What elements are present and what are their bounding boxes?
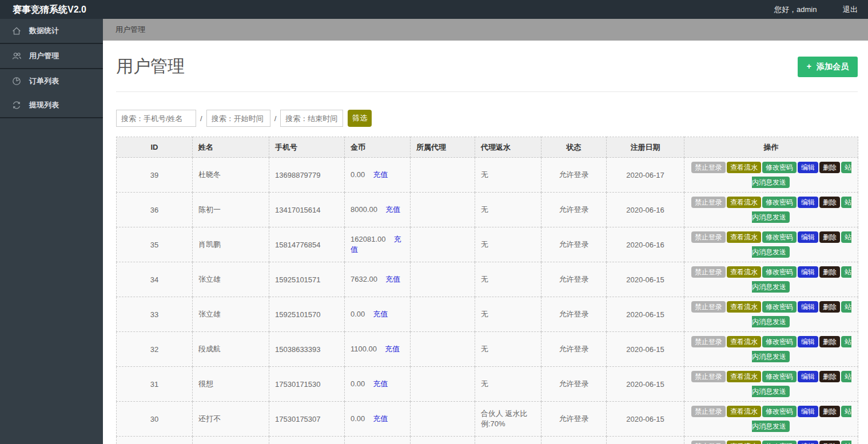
table-row: 31 很想 17530171530 0.00充值 无 允许登录 2020-06-… <box>117 367 858 402</box>
action-ban-login-button[interactable]: 禁止登录 <box>691 371 726 382</box>
search-phone-name-input[interactable] <box>116 110 196 127</box>
recharge-link[interactable]: 充值 <box>373 379 388 388</box>
action-ban-login-button[interactable]: 禁止登录 <box>691 266 726 278</box>
action-view-flow-button[interactable]: 查看流水 <box>727 301 761 313</box>
action-ban-login-button[interactable]: 禁止登录 <box>691 231 726 243</box>
table-row: 34 张立雄 15925101571 7632.00充值 无 允许登录 2020… <box>117 262 858 297</box>
action-edit-button[interactable]: 编辑 <box>798 162 818 173</box>
action-delete-button[interactable]: 删除 <box>819 266 840 278</box>
action-ban-login-button[interactable]: 禁止登录 <box>691 197 726 208</box>
sidebar-item-home[interactable]: 数据统计 <box>0 19 103 44</box>
table-row: 36 陈初一 13417015614 8000.00充值 无 允许登录 2020… <box>117 193 858 227</box>
coin-value: 0.00 <box>351 170 365 179</box>
action-ban-login-button[interactable]: 禁止登录 <box>691 162 726 173</box>
search-start-time-input[interactable] <box>206 110 270 127</box>
title-divider <box>116 91 858 92</box>
cell-status: 允许登录 <box>541 158 607 193</box>
action-view-flow-button[interactable]: 查看流水 <box>727 371 761 382</box>
cell-agent <box>411 262 475 297</box>
action-edit-button[interactable]: 编辑 <box>798 406 818 417</box>
recharge-link[interactable]: 充值 <box>373 310 388 318</box>
page-title: 用户管理 <box>116 55 185 78</box>
action-delete-button[interactable]: 删除 <box>819 231 840 243</box>
recharge-link[interactable]: 充值 <box>385 275 400 283</box>
action-view-flow-button[interactable]: 查看流水 <box>727 406 761 417</box>
add-member-button[interactable]: +添加会员 <box>798 57 858 77</box>
cell-name: 张立雄 <box>193 297 269 332</box>
column-header: 注册日期 <box>607 137 684 158</box>
sidebar-item-pie-chart[interactable]: 订单列表 <box>0 69 103 93</box>
cell-phone: 15038633393 <box>269 332 345 367</box>
sidebar-item-refresh[interactable]: 提现列表 <box>0 93 103 118</box>
action-change-password-button[interactable]: 修改密码 <box>762 162 797 173</box>
action-delete-button[interactable]: 删除 <box>819 301 840 313</box>
cell-rebate: 无 <box>475 437 541 444</box>
table-header-row: ID姓名手机号金币所属代理代理返水状态注册日期操作 <box>117 137 858 158</box>
cell-phone: 13417015614 <box>269 193 345 227</box>
cell-agent <box>411 227 475 262</box>
action-change-password-button[interactable]: 修改密码 <box>762 266 797 278</box>
action-change-password-button[interactable]: 修改密码 <box>762 231 797 243</box>
cell-status: 允许登录 <box>541 262 607 297</box>
action-delete-button[interactable]: 删除 <box>819 406 840 417</box>
action-delete-button[interactable]: 删除 <box>819 197 840 208</box>
action-delete-button[interactable]: 删除 <box>819 371 840 382</box>
cell-status: 允许登录 <box>541 367 607 402</box>
action-change-password-button[interactable]: 修改密码 <box>762 336 797 347</box>
action-edit-button[interactable]: 编辑 <box>798 197 818 208</box>
action-view-flow-button[interactable]: 查看流水 <box>727 336 761 347</box>
coin-value: 8000.00 <box>351 205 377 214</box>
action-ban-login-button[interactable]: 禁止登录 <box>691 336 726 347</box>
cell-rebate: 合伙人 返水比例:70% <box>475 402 541 437</box>
coin-value: 0.00 <box>351 310 365 318</box>
table-row: 33 张立雄 15925101570 0.00充值 无 允许登录 2020-06… <box>117 297 858 332</box>
cell-id: 39 <box>117 158 193 193</box>
action-edit-button[interactable]: 编辑 <box>798 336 818 347</box>
action-view-flow-button[interactable]: 查看流水 <box>727 266 761 278</box>
action-ban-login-button[interactable]: 禁止登录 <box>691 301 726 313</box>
cell-actions: 禁止登录查看流水修改密码编辑删除站内消息发送 <box>684 402 858 437</box>
action-edit-button[interactable]: 编辑 <box>798 231 818 243</box>
action-delete-button[interactable]: 删除 <box>819 162 840 173</box>
user-greeting: 您好，admin <box>774 5 817 14</box>
action-view-flow-button[interactable]: 查看流水 <box>727 441 761 444</box>
action-edit-button[interactable]: 编辑 <box>798 441 818 444</box>
top-bar: 赛事竞猜系统V2.0 您好，admin 退出 <box>0 0 868 19</box>
recharge-link[interactable]: 充值 <box>373 414 388 423</box>
action-view-flow-button[interactable]: 查看流水 <box>727 197 761 208</box>
coin-value: 0.00 <box>351 379 365 388</box>
cell-agent <box>411 158 475 193</box>
action-change-password-button[interactable]: 修改密码 <box>762 301 797 313</box>
action-edit-button[interactable]: 编辑 <box>798 371 818 382</box>
action-change-password-button[interactable]: 修改密码 <box>762 197 797 208</box>
cell-rebate: 无 <box>475 297 541 332</box>
cell-name: 陈初一 <box>193 193 269 227</box>
cell-name: 肖凯鹏 <box>193 227 269 262</box>
sidebar-item-users[interactable]: 用户管理 <box>0 44 103 69</box>
action-ban-login-button[interactable]: 禁止登录 <box>691 406 726 417</box>
column-header: 操作 <box>684 137 858 158</box>
action-view-flow-button[interactable]: 查看流水 <box>727 231 761 243</box>
action-delete-button[interactable]: 删除 <box>819 336 840 347</box>
cell-actions: 禁止登录查看流水修改密码编辑删除站内消息发送 <box>684 262 858 297</box>
column-header: 姓名 <box>193 137 269 158</box>
recharge-link[interactable]: 充值 <box>385 345 400 353</box>
recharge-link[interactable]: 充值 <box>373 170 388 179</box>
column-header: 金币 <box>345 137 411 158</box>
filter-button[interactable]: 筛选 <box>348 110 372 127</box>
cell-phone: 15925101571 <box>269 262 345 297</box>
action-ban-login-button[interactable]: 禁止登录 <box>691 441 726 444</box>
action-edit-button[interactable]: 编辑 <box>798 301 818 313</box>
cell-coins: 7632.00充值 <box>345 262 411 297</box>
cell-status: 允许登录 <box>541 332 607 367</box>
action-change-password-button[interactable]: 修改密码 <box>762 441 797 444</box>
action-view-flow-button[interactable]: 查看流水 <box>727 162 761 173</box>
action-change-password-button[interactable]: 修改密码 <box>762 406 797 417</box>
search-end-time-input[interactable] <box>280 110 343 127</box>
logout-link[interactable]: 退出 <box>843 5 858 14</box>
action-edit-button[interactable]: 编辑 <box>798 266 818 278</box>
action-change-password-button[interactable]: 修改密码 <box>762 371 797 382</box>
cell-coins: 0.00充值 <box>345 402 411 437</box>
recharge-link[interactable]: 充值 <box>385 205 400 214</box>
action-delete-button[interactable]: 删除 <box>819 441 840 444</box>
